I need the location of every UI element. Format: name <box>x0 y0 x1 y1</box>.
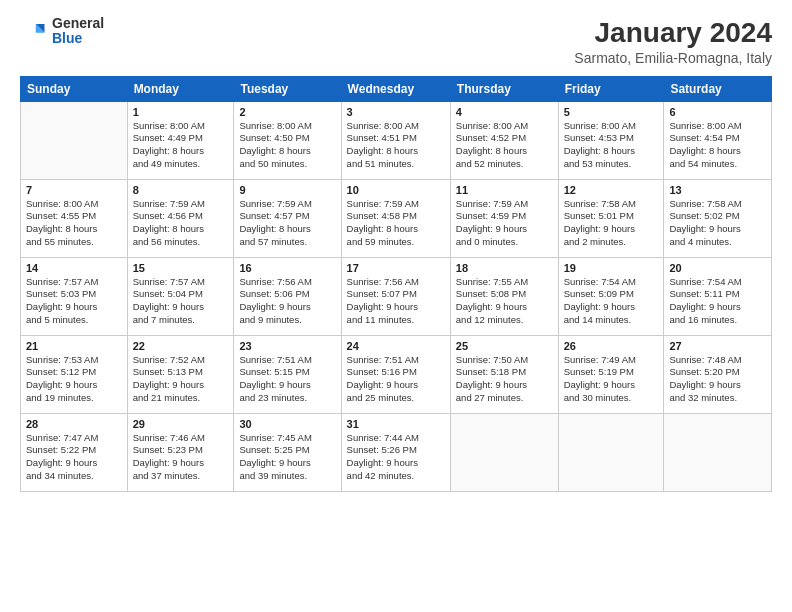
day-info: Sunrise: 7:57 AM Sunset: 5:04 PM Dayligh… <box>133 276 229 327</box>
calendar-cell: 4Sunrise: 8:00 AM Sunset: 4:52 PM Daylig… <box>450 101 558 179</box>
day-info: Sunrise: 7:45 AM Sunset: 5:25 PM Dayligh… <box>239 432 335 483</box>
logo-icon <box>20 17 48 45</box>
day-number: 11 <box>456 184 553 196</box>
calendar-cell: 5Sunrise: 8:00 AM Sunset: 4:53 PM Daylig… <box>558 101 664 179</box>
day-info: Sunrise: 7:59 AM Sunset: 4:57 PM Dayligh… <box>239 198 335 249</box>
day-info: Sunrise: 7:51 AM Sunset: 5:16 PM Dayligh… <box>347 354 445 405</box>
day-info: Sunrise: 7:58 AM Sunset: 5:02 PM Dayligh… <box>669 198 766 249</box>
col-tuesday: Tuesday <box>234 76 341 101</box>
calendar-week-5: 28Sunrise: 7:47 AM Sunset: 5:22 PM Dayli… <box>21 413 772 491</box>
calendar-cell: 25Sunrise: 7:50 AM Sunset: 5:18 PM Dayli… <box>450 335 558 413</box>
day-number: 23 <box>239 340 335 352</box>
day-number: 28 <box>26 418 122 430</box>
day-info: Sunrise: 8:00 AM Sunset: 4:51 PM Dayligh… <box>347 120 445 171</box>
day-number: 1 <box>133 106 229 118</box>
day-number: 10 <box>347 184 445 196</box>
day-number: 29 <box>133 418 229 430</box>
calendar-cell: 1Sunrise: 8:00 AM Sunset: 4:49 PM Daylig… <box>127 101 234 179</box>
day-info: Sunrise: 7:59 AM Sunset: 4:59 PM Dayligh… <box>456 198 553 249</box>
calendar-cell: 2Sunrise: 8:00 AM Sunset: 4:50 PM Daylig… <box>234 101 341 179</box>
calendar-cell: 13Sunrise: 7:58 AM Sunset: 5:02 PM Dayli… <box>664 179 772 257</box>
day-info: Sunrise: 7:52 AM Sunset: 5:13 PM Dayligh… <box>133 354 229 405</box>
day-info: Sunrise: 7:56 AM Sunset: 5:06 PM Dayligh… <box>239 276 335 327</box>
day-number: 16 <box>239 262 335 274</box>
day-info: Sunrise: 7:50 AM Sunset: 5:18 PM Dayligh… <box>456 354 553 405</box>
col-friday: Friday <box>558 76 664 101</box>
col-sunday: Sunday <box>21 76 128 101</box>
title-block: January 2024 Sarmato, Emilia-Romagna, It… <box>574 16 772 66</box>
col-wednesday: Wednesday <box>341 76 450 101</box>
logo-blue-text: Blue <box>52 31 104 46</box>
col-thursday: Thursday <box>450 76 558 101</box>
calendar-cell: 14Sunrise: 7:57 AM Sunset: 5:03 PM Dayli… <box>21 257 128 335</box>
day-number: 22 <box>133 340 229 352</box>
day-number: 6 <box>669 106 766 118</box>
day-number: 2 <box>239 106 335 118</box>
day-info: Sunrise: 8:00 AM Sunset: 4:49 PM Dayligh… <box>133 120 229 171</box>
day-number: 30 <box>239 418 335 430</box>
day-info: Sunrise: 7:47 AM Sunset: 5:22 PM Dayligh… <box>26 432 122 483</box>
calendar-week-4: 21Sunrise: 7:53 AM Sunset: 5:12 PM Dayli… <box>21 335 772 413</box>
day-number: 15 <box>133 262 229 274</box>
day-number: 27 <box>669 340 766 352</box>
day-info: Sunrise: 7:59 AM Sunset: 4:56 PM Dayligh… <box>133 198 229 249</box>
day-info: Sunrise: 7:51 AM Sunset: 5:15 PM Dayligh… <box>239 354 335 405</box>
day-info: Sunrise: 8:00 AM Sunset: 4:50 PM Dayligh… <box>239 120 335 171</box>
calendar-cell: 23Sunrise: 7:51 AM Sunset: 5:15 PM Dayli… <box>234 335 341 413</box>
calendar-cell: 18Sunrise: 7:55 AM Sunset: 5:08 PM Dayli… <box>450 257 558 335</box>
day-number: 21 <box>26 340 122 352</box>
day-info: Sunrise: 7:48 AM Sunset: 5:20 PM Dayligh… <box>669 354 766 405</box>
calendar-cell: 15Sunrise: 7:57 AM Sunset: 5:04 PM Dayli… <box>127 257 234 335</box>
page-subtitle: Sarmato, Emilia-Romagna, Italy <box>574 50 772 66</box>
col-monday: Monday <box>127 76 234 101</box>
calendar-header-row: Sunday Monday Tuesday Wednesday Thursday… <box>21 76 772 101</box>
page-title: January 2024 <box>574 16 772 50</box>
calendar-week-2: 7Sunrise: 8:00 AM Sunset: 4:55 PM Daylig… <box>21 179 772 257</box>
calendar-cell: 19Sunrise: 7:54 AM Sunset: 5:09 PM Dayli… <box>558 257 664 335</box>
calendar-cell: 31Sunrise: 7:44 AM Sunset: 5:26 PM Dayli… <box>341 413 450 491</box>
day-info: Sunrise: 8:00 AM Sunset: 4:52 PM Dayligh… <box>456 120 553 171</box>
calendar-week-3: 14Sunrise: 7:57 AM Sunset: 5:03 PM Dayli… <box>21 257 772 335</box>
day-number: 9 <box>239 184 335 196</box>
calendar-cell: 10Sunrise: 7:59 AM Sunset: 4:58 PM Dayli… <box>341 179 450 257</box>
calendar-cell: 17Sunrise: 7:56 AM Sunset: 5:07 PM Dayli… <box>341 257 450 335</box>
calendar-cell: 3Sunrise: 8:00 AM Sunset: 4:51 PM Daylig… <box>341 101 450 179</box>
day-number: 13 <box>669 184 766 196</box>
calendar-cell <box>450 413 558 491</box>
calendar-cell: 12Sunrise: 7:58 AM Sunset: 5:01 PM Dayli… <box>558 179 664 257</box>
day-info: Sunrise: 8:00 AM Sunset: 4:53 PM Dayligh… <box>564 120 659 171</box>
calendar-table: Sunday Monday Tuesday Wednesday Thursday… <box>20 76 772 492</box>
day-number: 5 <box>564 106 659 118</box>
day-number: 20 <box>669 262 766 274</box>
day-number: 25 <box>456 340 553 352</box>
day-info: Sunrise: 7:44 AM Sunset: 5:26 PM Dayligh… <box>347 432 445 483</box>
day-info: Sunrise: 7:49 AM Sunset: 5:19 PM Dayligh… <box>564 354 659 405</box>
calendar-cell: 20Sunrise: 7:54 AM Sunset: 5:11 PM Dayli… <box>664 257 772 335</box>
calendar-cell: 21Sunrise: 7:53 AM Sunset: 5:12 PM Dayli… <box>21 335 128 413</box>
day-number: 4 <box>456 106 553 118</box>
day-info: Sunrise: 8:00 AM Sunset: 4:55 PM Dayligh… <box>26 198 122 249</box>
calendar-cell: 24Sunrise: 7:51 AM Sunset: 5:16 PM Dayli… <box>341 335 450 413</box>
day-number: 26 <box>564 340 659 352</box>
day-info: Sunrise: 7:46 AM Sunset: 5:23 PM Dayligh… <box>133 432 229 483</box>
calendar-cell: 22Sunrise: 7:52 AM Sunset: 5:13 PM Dayli… <box>127 335 234 413</box>
day-number: 3 <box>347 106 445 118</box>
day-number: 24 <box>347 340 445 352</box>
day-number: 7 <box>26 184 122 196</box>
calendar-cell: 27Sunrise: 7:48 AM Sunset: 5:20 PM Dayli… <box>664 335 772 413</box>
day-info: Sunrise: 7:53 AM Sunset: 5:12 PM Dayligh… <box>26 354 122 405</box>
day-number: 8 <box>133 184 229 196</box>
day-number: 31 <box>347 418 445 430</box>
day-info: Sunrise: 7:54 AM Sunset: 5:09 PM Dayligh… <box>564 276 659 327</box>
day-number: 18 <box>456 262 553 274</box>
calendar-cell: 29Sunrise: 7:46 AM Sunset: 5:23 PM Dayli… <box>127 413 234 491</box>
calendar-cell: 9Sunrise: 7:59 AM Sunset: 4:57 PM Daylig… <box>234 179 341 257</box>
calendar-cell <box>558 413 664 491</box>
calendar-cell: 8Sunrise: 7:59 AM Sunset: 4:56 PM Daylig… <box>127 179 234 257</box>
calendar-cell: 16Sunrise: 7:56 AM Sunset: 5:06 PM Dayli… <box>234 257 341 335</box>
day-info: Sunrise: 7:57 AM Sunset: 5:03 PM Dayligh… <box>26 276 122 327</box>
day-number: 12 <box>564 184 659 196</box>
calendar-cell: 28Sunrise: 7:47 AM Sunset: 5:22 PM Dayli… <box>21 413 128 491</box>
calendar-cell <box>21 101 128 179</box>
calendar-cell: 7Sunrise: 8:00 AM Sunset: 4:55 PM Daylig… <box>21 179 128 257</box>
